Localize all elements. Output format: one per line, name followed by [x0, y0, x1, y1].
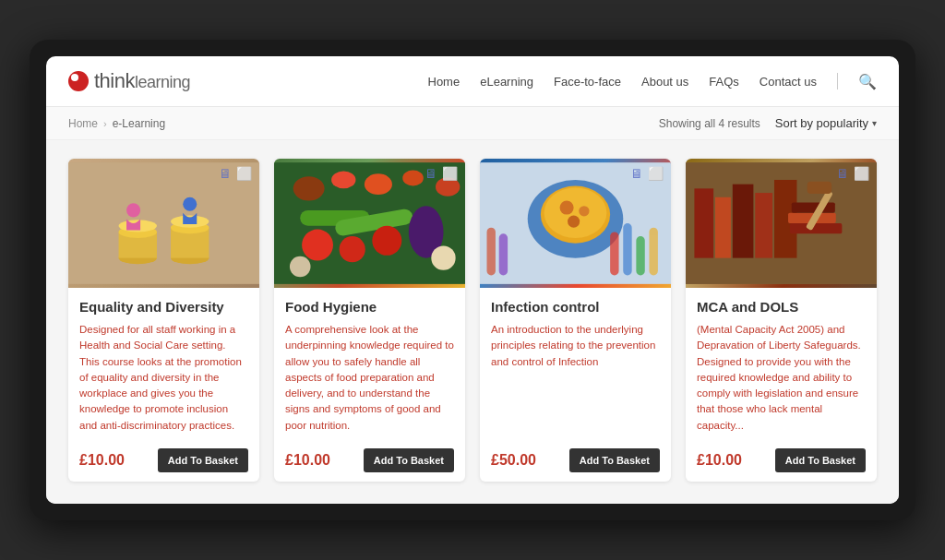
breadcrumb-bar: Home › e-Learning Showing all 4 results … — [46, 107, 899, 140]
svg-point-23 — [431, 246, 455, 270]
desktop-icon: 🖥 — [630, 166, 643, 181]
nav-contact-us[interactable]: Contact us — [760, 75, 817, 89]
cards-grid: 🖥 ⬜ Equality and Diversity Designed for … — [68, 159, 877, 482]
browser-window: thinklearning Home eLearning Face-to-fac… — [46, 56, 899, 504]
svg-point-19 — [302, 230, 333, 261]
svg-rect-34 — [636, 236, 644, 275]
nav-about-us[interactable]: About us — [641, 75, 688, 89]
card-image-infection: 🖥 ⬜ — [480, 159, 671, 288]
add-to-basket-infection[interactable]: Add To Basket — [569, 448, 660, 472]
add-to-basket-equality[interactable]: Add To Basket — [158, 448, 248, 472]
logo-brand: think — [94, 69, 135, 92]
card-footer-mca: £10.00 Add To Basket — [686, 441, 877, 482]
svg-point-20 — [340, 236, 365, 262]
logo-area: thinklearning — [68, 69, 190, 93]
svg-rect-43 — [755, 193, 772, 258]
add-to-basket-mca[interactable]: Add To Basket — [775, 448, 866, 472]
svg-point-12 — [293, 176, 325, 200]
svg-point-14 — [365, 173, 392, 195]
svg-rect-37 — [499, 233, 508, 275]
card-footer-infection: £50.00 Add To Basket — [480, 441, 671, 482]
main-nav: Home eLearning Face-to-face About us FAQ… — [428, 73, 878, 90]
logo-text: thinklearning — [94, 69, 190, 93]
tablet-icon: ⬜ — [648, 166, 664, 181]
card-desc-infection: An introduction to the underlying princi… — [491, 322, 660, 434]
card-footer-food: £10.00 Add To Basket — [274, 441, 465, 482]
card-image-equality: 🖥 ⬜ — [68, 159, 259, 288]
card-price-equality: £10.00 — [79, 452, 125, 469]
nav-home[interactable]: Home — [428, 75, 461, 89]
card-equality: 🖥 ⬜ Equality and Diversity Designed for … — [68, 159, 259, 482]
card-price-infection: £50.00 — [491, 452, 536, 469]
svg-point-21 — [372, 226, 401, 256]
card-title-food: Food Hygiene — [285, 299, 454, 315]
svg-point-29 — [560, 201, 574, 215]
card-price-mca: £10.00 — [697, 452, 742, 469]
svg-rect-47 — [792, 203, 835, 213]
nav-faqs[interactable]: FAQs — [709, 75, 739, 89]
nav-elearning[interactable]: eLearning — [480, 75, 533, 89]
card-body-equality: Equality and Diversity Designed for all … — [68, 288, 259, 441]
svg-rect-33 — [623, 223, 631, 275]
breadcrumb: Home › e-Learning — [68, 117, 165, 130]
svg-point-10 — [183, 197, 197, 211]
svg-rect-42 — [733, 185, 754, 258]
card-body-food: Food Hygiene A comprehensive look at the… — [274, 288, 465, 441]
card-food-hygiene: 🖥 ⬜ Food Hygiene A comprehensive look at… — [274, 159, 465, 482]
card-icons-infection: 🖥 ⬜ — [630, 166, 664, 181]
add-to-basket-food[interactable]: Add To Basket — [364, 448, 454, 472]
card-icons-mca: 🖥 ⬜ — [836, 166, 869, 181]
logo-suffix: learning — [135, 73, 190, 91]
desktop-icon: 🖥 — [836, 166, 849, 181]
device-frame: thinklearning Home eLearning Face-to-fac… — [30, 40, 915, 520]
breadcrumb-separator: › — [103, 118, 107, 129]
card-body-infection: Infection control An introduction to the… — [480, 288, 671, 441]
search-icon[interactable]: 🔍 — [858, 73, 877, 90]
tablet-icon: ⬜ — [442, 166, 458, 181]
svg-rect-36 — [487, 228, 496, 276]
card-footer-equality: £10.00 Add To Basket — [68, 441, 259, 482]
chevron-down-icon: ▾ — [872, 118, 877, 128]
svg-rect-40 — [694, 188, 713, 257]
card-image-mca: 🖥 ⬜ — [686, 159, 877, 288]
svg-point-24 — [290, 256, 311, 278]
svg-rect-35 — [649, 228, 657, 276]
breadcrumb-current: e-Learning — [113, 117, 165, 130]
svg-point-15 — [402, 171, 424, 186]
svg-point-13 — [331, 172, 355, 189]
sort-dropdown[interactable]: Sort by popularity ▾ — [775, 116, 877, 130]
svg-point-30 — [579, 206, 589, 216]
desktop-icon: 🖥 — [425, 166, 437, 181]
main-content: 🖥 ⬜ Equality and Diversity Designed for … — [46, 140, 899, 504]
card-desc-food: A comprehensive look at the underpinning… — [285, 322, 454, 434]
svg-point-31 — [568, 216, 580, 228]
card-infection: 🖥 ⬜ Infection control An introduction to… — [480, 159, 671, 482]
results-count: Showing all 4 results — [659, 117, 760, 130]
card-price-food: £10.00 — [285, 452, 330, 469]
card-desc-mca: (Mental Capacity Act 2005) and Depravati… — [697, 322, 866, 434]
card-image-food: 🖥 ⬜ — [274, 159, 465, 288]
card-title-infection: Infection control — [491, 299, 660, 315]
svg-rect-41 — [715, 197, 731, 258]
card-title-equality: Equality and Diversity — [79, 299, 248, 315]
card-icons-food: 🖥 ⬜ — [425, 166, 458, 181]
card-title-mca: MCA and DOLS — [697, 299, 866, 315]
card-mca: 🖥 ⬜ MCA and DOLS (Mental Capacity Act 20… — [686, 159, 877, 482]
nav-divider — [837, 73, 838, 89]
breadcrumb-home[interactable]: Home — [68, 117, 98, 130]
results-sort-area: Showing all 4 results Sort by popularity… — [659, 116, 877, 130]
site-header: thinklearning Home eLearning Face-to-fac… — [46, 56, 899, 107]
nav-face-to-face[interactable]: Face-to-face — [554, 75, 621, 89]
card-icons-equality: 🖥 ⬜ — [219, 166, 252, 181]
desktop-icon: 🖥 — [219, 166, 232, 181]
svg-rect-32 — [610, 232, 618, 276]
sort-label: Sort by popularity — [775, 116, 868, 130]
tablet-icon: ⬜ — [236, 166, 252, 181]
svg-rect-49 — [807, 182, 831, 194]
svg-point-5 — [126, 203, 140, 217]
logo-icon — [68, 71, 89, 91]
tablet-icon: ⬜ — [854, 166, 869, 181]
card-desc-equality: Designed for all staff working in a Heal… — [79, 322, 248, 434]
svg-rect-45 — [790, 223, 842, 233]
card-body-mca: MCA and DOLS (Mental Capacity Act 2005) … — [686, 288, 877, 441]
